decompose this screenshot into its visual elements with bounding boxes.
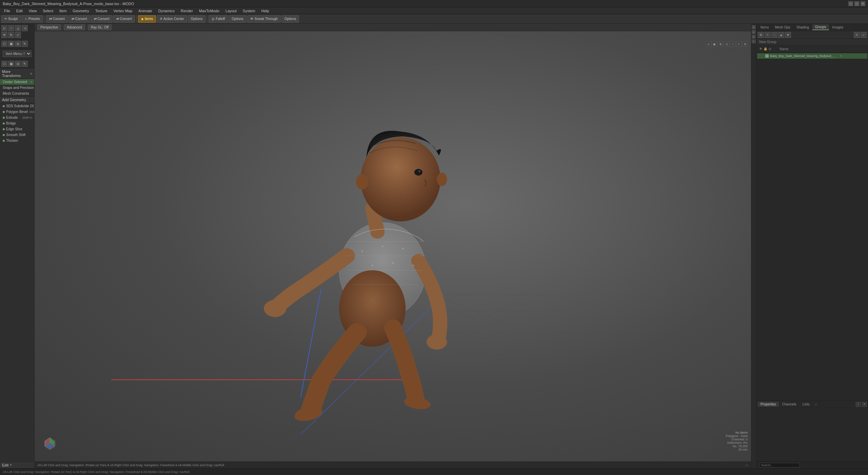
- sidebar-tool-5[interactable]: ✛: [1, 32, 7, 38]
- menu-maxmodo[interactable]: MaxToModo: [196, 8, 222, 14]
- menu-select[interactable]: Select: [40, 8, 56, 14]
- scene-item-edit-icon: ✎: [840, 55, 842, 58]
- polygon-bevel-item[interactable]: Polygon Bevel Shift+B: [0, 109, 34, 115]
- vp-ctrl-6[interactable]: ↖: [736, 41, 742, 47]
- menu-vertex-map[interactable]: Vertex Map: [111, 8, 135, 14]
- viewport-canvas[interactable]: ⊙ ▣ ⊞ ⊡ ☆ ↖ ⚙: [35, 31, 751, 461]
- thicken-item[interactable]: Thicken: [0, 138, 34, 144]
- vp-ctrl-4[interactable]: ⊡: [724, 41, 729, 47]
- center-selected-item[interactable]: Center Selected ▾: [0, 79, 34, 85]
- edge-slice-item[interactable]: Edge Slice: [0, 126, 34, 132]
- tab-channels[interactable]: Channels: [780, 402, 799, 407]
- menu-file[interactable]: File: [1, 8, 13, 14]
- sidebar-icon-4[interactable]: ✎: [22, 61, 28, 67]
- right-panel-tabs: Items Mesh Ops Shading Groups Images: [756, 24, 868, 31]
- convert-button-2[interactable]: ⇄ Convert: [68, 15, 90, 23]
- tab-lists[interactable]: Lists: [800, 402, 812, 407]
- menu-view[interactable]: View: [26, 8, 40, 14]
- menu-dynamics[interactable]: Dynamics: [156, 8, 177, 14]
- rpanel-tool-1[interactable]: ⚙: [758, 32, 764, 38]
- tab-mesh-ops[interactable]: Mesh Ops: [772, 25, 793, 30]
- rpanel-tool-2[interactable]: +: [765, 32, 771, 38]
- sidebar-tool-2[interactable]: ○: [8, 25, 14, 31]
- menu-texture[interactable]: Texture: [93, 8, 110, 14]
- sidebar-icon-1[interactable]: ⬡: [1, 61, 7, 67]
- sidebar-tool-7[interactable]: ⤢: [15, 32, 21, 38]
- perspective-button[interactable]: Perspective: [37, 24, 61, 30]
- rpanel-tool-expand[interactable]: ⤢: [861, 32, 867, 38]
- items-icon: ◈: [141, 17, 144, 21]
- rpanel-tool-5[interactable]: ▼: [785, 32, 791, 38]
- tab-images[interactable]: Images: [830, 25, 846, 30]
- extrude-item[interactable]: Extrude Shift+X: [0, 115, 34, 120]
- rpanel-tool-3[interactable]: −: [771, 32, 777, 38]
- vp-ctrl-1[interactable]: ⊙: [706, 41, 711, 47]
- tab-shading[interactable]: Shading: [794, 25, 812, 30]
- vp-ctrl-3[interactable]: ⊞: [718, 41, 723, 47]
- menu-system[interactable]: System: [240, 8, 258, 14]
- strip-btn-1[interactable]: A: [752, 25, 756, 29]
- snaps-precision-item[interactable]: Snaps and Precision: [0, 85, 34, 91]
- sidebar-tool-6[interactable]: ↻: [8, 32, 14, 38]
- options-button-1[interactable]: Options: [188, 15, 205, 23]
- sidebar-tool-4[interactable]: ◁: [22, 25, 28, 31]
- rpanel-tool-4[interactable]: ▲: [778, 32, 784, 38]
- sidebar-tool-3[interactable]: △: [15, 25, 21, 31]
- sidebar-icon-3[interactable]: ◎: [15, 61, 21, 67]
- action-center-button[interactable]: ✛ Action Center: [157, 15, 187, 23]
- item-menu-dropdown[interactable]: Item Menu: New Item: [3, 51, 32, 57]
- bottom-panel-expand[interactable]: ⤢: [856, 402, 861, 407]
- vp-ctrl-2[interactable]: ▣: [712, 41, 717, 47]
- strip-btn-4[interactable]: t: [752, 39, 756, 43]
- smooth-shift-item[interactable]: Smooth Shift: [0, 132, 34, 138]
- strip-btn-3[interactable]: C: [752, 35, 756, 39]
- menu-geometry[interactable]: Geometry: [70, 8, 92, 14]
- rpanel-tool-close[interactable]: ✕: [854, 32, 860, 38]
- menu-help[interactable]: Help: [259, 8, 272, 14]
- advanced-button[interactable]: Advanced: [64, 24, 85, 30]
- scene-item-baby[interactable]: Baby_Boy_Dark_Skinned_Wearing_Bodysuit_A…: [757, 53, 867, 59]
- sidebar-tool-1[interactable]: ▷: [1, 25, 7, 31]
- window-controls[interactable]: ─ □ ✕: [848, 1, 865, 6]
- tab-properties[interactable]: Properties: [758, 402, 779, 407]
- menu-item[interactable]: Item: [57, 8, 69, 14]
- items-button[interactable]: ◈ Items: [138, 15, 156, 23]
- options-button-2[interactable]: Options: [229, 15, 246, 23]
- search-input[interactable]: [759, 463, 800, 468]
- strip-btn-2[interactable]: p: [752, 30, 756, 34]
- add-geometry-section[interactable]: Add Geometry: [0, 96, 34, 103]
- sidebar-tool-10[interactable]: ◎: [15, 41, 21, 47]
- bottom-panel-close[interactable]: ✕: [862, 402, 867, 407]
- convert-button-3[interactable]: ⇄ Convert: [91, 15, 113, 23]
- more-transforms-section[interactable]: More Transforms ▾: [0, 69, 34, 79]
- sculpt-button[interactable]: ✏ Sculpt: [1, 15, 21, 23]
- bridge-item[interactable]: Bridge: [0, 120, 34, 126]
- sds-subdivide-item[interactable]: SDS Subdivide 2X: [0, 103, 34, 109]
- sneak-through-button[interactable]: 👁 Sneak Through: [247, 15, 281, 23]
- sidebar-tool-9[interactable]: ▦: [8, 41, 14, 47]
- tab-groups[interactable]: Groups: [812, 24, 829, 30]
- sidebar-tool-8[interactable]: ⬡: [1, 41, 7, 47]
- convert-button-1[interactable]: ⇄ Convert: [46, 15, 68, 23]
- sidebar-tool-11[interactable]: ✎: [22, 41, 28, 47]
- mesh-constraints-item[interactable]: Mesh Constraints: [0, 91, 34, 96]
- menu-layout[interactable]: Layout: [223, 8, 239, 14]
- vp-ctrl-5[interactable]: ☆: [730, 41, 735, 47]
- menu-render[interactable]: Render: [178, 8, 196, 14]
- falloff-button[interactable]: ◎ Falloff: [209, 15, 228, 23]
- convert-button-4[interactable]: ⇄ Convert: [113, 15, 135, 23]
- close-button[interactable]: ✕: [861, 1, 865, 6]
- menu-edit[interactable]: Edit: [14, 8, 25, 14]
- sidebar-icon-2[interactable]: ▦: [8, 61, 14, 67]
- navigation-cube[interactable]: [41, 434, 58, 451]
- menu-animate[interactable]: Animate: [136, 8, 155, 14]
- options-button-3[interactable]: Options: [281, 15, 299, 23]
- tab-items[interactable]: Items: [758, 25, 771, 30]
- ray-gl-button[interactable]: Ray GL: Off: [88, 24, 112, 30]
- presets-button[interactable]: ☆ Presets: [21, 15, 43, 23]
- maximize-button[interactable]: □: [854, 1, 859, 6]
- edit-section[interactable]: Edit ▾: [0, 461, 34, 468]
- minimize-button[interactable]: ─: [848, 1, 853, 6]
- vp-ctrl-7[interactable]: ⚙: [742, 41, 748, 47]
- tab-add[interactable]: +: [813, 402, 819, 407]
